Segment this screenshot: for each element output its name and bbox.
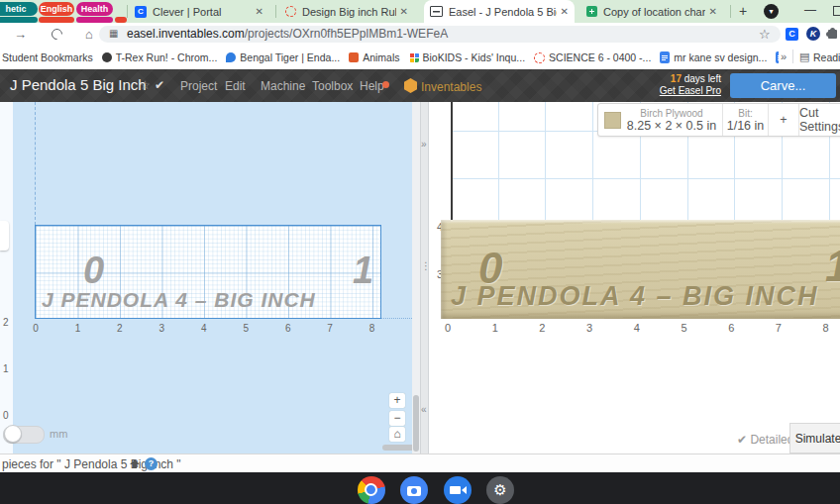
vertical-scrollbar-thumb[interactable] bbox=[413, 395, 419, 452]
preview-x-axis-label: 8 bbox=[823, 322, 829, 334]
clever-extension-icon[interactable]: C bbox=[786, 28, 798, 41]
menu-edit[interactable]: Edit bbox=[225, 79, 246, 93]
bit-value: 1/16 in bbox=[727, 120, 765, 133]
tab-group-chip-Health[interactable]: Health bbox=[76, 2, 113, 16]
y-axis-strip bbox=[0, 102, 13, 454]
tab-close-icon[interactable]: ✕ bbox=[256, 6, 263, 17]
favorite-star-icon[interactable]: ☆ bbox=[140, 78, 151, 92]
material-selector[interactable]: Birch Plywood 8.25 × 2 × 0.5 in bbox=[598, 104, 723, 136]
bit-selector[interactable]: Bit: 1/16 in bbox=[723, 104, 769, 136]
zoom-in-button[interactable]: + bbox=[389, 393, 405, 408]
chrome-app-icon[interactable] bbox=[358, 476, 385, 504]
camera-app-icon[interactable] bbox=[400, 476, 428, 504]
reload-icon[interactable] bbox=[50, 27, 65, 43]
detailed-toggle[interactable]: ✔ Detailed bbox=[737, 433, 793, 447]
forward-icon[interactable]: → bbox=[14, 27, 27, 42]
help-question-icon[interactable]: ? bbox=[145, 457, 158, 470]
bookmark-item[interactable]: Student Bookmarks bbox=[2, 51, 93, 63]
bookmark-item[interactable]: BioKIDS - Kids' Inqu... bbox=[409, 51, 526, 63]
tab-search-button[interactable]: ▾ bbox=[764, 4, 779, 19]
cut-settings-button[interactable]: Cut Settings bbox=[799, 104, 840, 136]
inventables-logo-icon bbox=[404, 78, 417, 93]
bookmarks-right: » ▤ Reading list bbox=[779, 46, 840, 69]
kami-extension-icon[interactable]: K bbox=[806, 27, 820, 41]
reading-list-label[interactable]: Reading list bbox=[813, 51, 840, 63]
simulate-button[interactable]: Simulate bbox=[789, 423, 840, 454]
extensions-puzzle-icon[interactable] bbox=[828, 30, 837, 39]
zoom-home-button[interactable]: ⌂ bbox=[389, 427, 405, 442]
bookmark-label: SCIENCE 6 - 0400 -... bbox=[549, 51, 651, 63]
browser-tab[interactable]: Design Big inch Ruler on Easel✕ bbox=[279, 0, 414, 23]
screencast-app-icon[interactable] bbox=[444, 476, 472, 504]
dashed-circle-favicon bbox=[285, 6, 296, 17]
browser-tab[interactable]: Copy of location chart - Googl✕ bbox=[580, 0, 723, 23]
easel-toolbar: J Pendola 5 Big Inch ☆ ✔ ProjectEditMach… bbox=[0, 69, 840, 102]
tab-close-icon[interactable]: ✕ bbox=[709, 6, 717, 17]
bookmark-star-icon[interactable]: ☆ bbox=[759, 27, 771, 42]
new-tab-button[interactable]: + bbox=[739, 3, 747, 19]
detailed-check-icon: ✔ bbox=[737, 433, 747, 447]
preview-x-axis-label: 5 bbox=[681, 322, 686, 334]
browser-tab[interactable]: Easel - J Pendola 5 Big Inch✕ bbox=[424, 0, 575, 23]
carve-button[interactable]: Carve... bbox=[730, 73, 836, 98]
trial-info: 17 days left Get Easel Pro bbox=[660, 73, 721, 97]
engraving-text[interactable]: J PENDOLA 4 – BIG INCH bbox=[42, 288, 316, 312]
project-title[interactable]: J Pendola 5 Big Inch bbox=[10, 76, 147, 93]
bookmark-label: Student Bookmarks bbox=[2, 51, 93, 63]
collapse-left-icon[interactable]: « bbox=[421, 404, 427, 415]
menu-machine[interactable]: Machine bbox=[261, 79, 305, 93]
browser-tab-strip: heticEnglishHealth CClever | Portal✕Desi… bbox=[0, 0, 840, 23]
site-info-icon[interactable]: ▦ bbox=[109, 28, 118, 39]
bookmark-item[interactable]: Animals bbox=[349, 51, 399, 63]
clever-favicon: C bbox=[135, 6, 147, 18]
bookmark-item[interactable]: SCIENCE 6 - 0400 -... bbox=[534, 51, 651, 63]
url-host: easel.inventables.com bbox=[127, 27, 245, 41]
animals-favicon bbox=[349, 52, 359, 62]
tab-group-chip-English[interactable]: English bbox=[39, 2, 74, 16]
brand-label[interactable]: Inventables bbox=[421, 80, 481, 94]
bookmark-item[interactable]: mr kane sv design... bbox=[660, 51, 767, 63]
units-toggle-knob[interactable] bbox=[4, 425, 22, 443]
bookmarks-overflow-chevron[interactable]: » bbox=[781, 50, 787, 62]
bookmark-label: Bengal Tiger | Enda... bbox=[240, 51, 340, 63]
ruler-one-label[interactable]: 1 bbox=[353, 250, 373, 292]
bookmark-label: BioKIDS - Kids' Inqu... bbox=[423, 51, 526, 63]
expand-right-icon[interactable]: » bbox=[421, 139, 427, 150]
carved-wood-preview[interactable]: 0 1 J PENDOLA 4 – BIG INCH bbox=[441, 220, 840, 319]
easel-favicon bbox=[430, 6, 443, 17]
menu-project[interactable]: Project bbox=[180, 79, 217, 93]
ruler-zero-label[interactable]: 0 bbox=[83, 250, 104, 292]
dashed-favicon bbox=[534, 52, 545, 63]
tab-group-chip-hetic[interactable]: hetic bbox=[0, 2, 38, 16]
restore-window-button[interactable] bbox=[833, 6, 840, 16]
bookmarks-bar: Student BookmarksT-Rex Run! - Chrom...Be… bbox=[0, 46, 840, 69]
bookmark-item[interactable]: T-Rex Run! - Chrom... bbox=[102, 51, 218, 63]
grid-line-vertical bbox=[498, 102, 499, 220]
tab-close-icon[interactable]: ✕ bbox=[561, 6, 569, 17]
x-axis-label: 3 bbox=[159, 323, 165, 334]
grid-line-horizontal bbox=[451, 178, 840, 179]
panel-divider[interactable] bbox=[420, 102, 429, 454]
url-path: /projects/OXrn0fh5EPplMBm1-WEFeA bbox=[245, 27, 448, 41]
home-icon[interactable]: ⌂ bbox=[85, 27, 93, 42]
menu-toolbox[interactable]: Toolbox bbox=[312, 79, 353, 93]
docs-favicon bbox=[660, 51, 670, 63]
design-canvas[interactable]: 210 012345678 0 1 J PENDOLA 4 – BIG INCH… bbox=[0, 102, 420, 454]
add-bit-button[interactable]: + bbox=[769, 104, 799, 136]
preview-canvas[interactable]: 43 012345678 0 1 J PENDOLA 4 – BIG INCH … bbox=[429, 102, 840, 454]
tab-close-icon[interactable]: ✕ bbox=[400, 6, 408, 17]
collapsed-panel-handle[interactable] bbox=[0, 221, 9, 251]
material-settings-card: Birch Plywood 8.25 × 2 × 0.5 in Bit: 1/1… bbox=[597, 103, 840, 137]
tab-divider bbox=[730, 5, 731, 18]
grid-line-vertical bbox=[592, 102, 593, 220]
reading-list-icon[interactable]: ▤ bbox=[799, 50, 809, 63]
material-workpiece[interactable]: 0 1 J PENDOLA 4 – BIG INCH bbox=[35, 225, 381, 319]
settings-app-icon[interactable]: ⚙ bbox=[486, 476, 514, 504]
menu-help[interactable]: Help bbox=[360, 79, 384, 93]
tab-title: Easel - J Pendola 5 Big Inch bbox=[449, 6, 557, 18]
zoom-out-button[interactable]: − bbox=[389, 411, 405, 426]
bookmark-item[interactable]: Bengal Tiger | Enda... bbox=[226, 51, 340, 63]
browser-tab[interactable]: CClever | Portal✕ bbox=[129, 0, 269, 23]
minimize-button[interactable]: — bbox=[804, 3, 816, 17]
get-easel-pro-link[interactable]: Get Easel Pro bbox=[660, 85, 721, 96]
